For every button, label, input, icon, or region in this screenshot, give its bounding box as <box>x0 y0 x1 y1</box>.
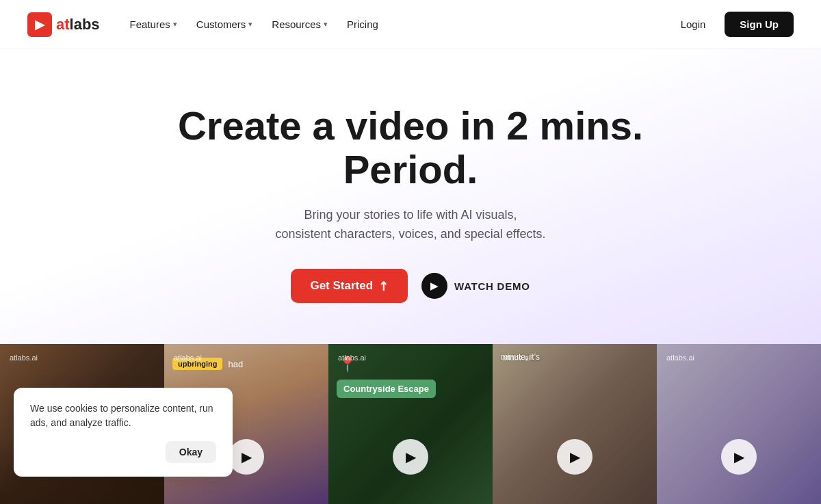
nav-right: Login Sign Up <box>670 12 794 37</box>
nav-pricing[interactable]: Pricing <box>339 13 387 36</box>
logo-text: atlabs <box>56 16 100 34</box>
nav-links: Features ▾ Customers ▾ Resources ▾ Prici… <box>122 13 387 36</box>
arrow-icon: ↗ <box>374 277 392 295</box>
get-started-button[interactable]: Get Started ↗ <box>291 269 408 303</box>
card-caption-3: Countryside Escape <box>337 380 436 398</box>
video-card-4[interactable]: ▶ atlabs.ai minute, it's <box>493 344 657 504</box>
play-icon: ▶ <box>421 273 447 299</box>
logo[interactable]: ▶ atlabs <box>27 12 100 37</box>
video-card-5[interactable]: ▶ atlabs.ai <box>657 344 821 504</box>
watermark-2: atlabs.ai <box>174 354 202 362</box>
hero-buttons: Get Started ↗ ▶ WATCH DEMO <box>27 269 794 303</box>
video-card-3[interactable]: ▶ atlabs.ai 📍 Countryside Escape <box>328 344 493 504</box>
cookie-text: We use cookies to personalize content, r… <box>30 401 216 430</box>
hero-subheading: Bring your stories to life with AI visua… <box>239 205 582 245</box>
watermark-5: atlabs.ai <box>666 354 694 362</box>
login-button[interactable]: Login <box>670 13 717 36</box>
features-chevron-icon: ▾ <box>173 20 177 29</box>
signup-button[interactable]: Sign Up <box>725 12 794 37</box>
hero-section: Create a video in 2 mins. Period. Bring … <box>0 49 821 344</box>
logo-icon: ▶ <box>27 12 52 37</box>
nav-resources[interactable]: Resources ▾ <box>263 13 336 36</box>
cookie-okay-button[interactable]: Okay <box>166 441 216 463</box>
customers-chevron-icon: ▾ <box>248 20 252 29</box>
nav-features[interactable]: Features ▾ <box>122 13 185 36</box>
watermark-4: atlabs.ai <box>502 354 530 362</box>
hero-heading: Create a video in 2 mins. Period. <box>144 104 677 191</box>
watermark-3: atlabs.ai <box>338 354 366 362</box>
resources-chevron-icon: ▾ <box>324 20 328 29</box>
cookie-banner: We use cookies to personalize content, r… <box>14 388 233 477</box>
navbar: ▶ atlabs Features ▾ Customers ▾ Resource… <box>0 0 821 49</box>
watermark-1: atlabs.ai <box>10 354 38 362</box>
nav-customers[interactable]: Customers ▾ <box>188 13 261 36</box>
watch-demo-button[interactable]: ▶ WATCH DEMO <box>421 273 530 299</box>
